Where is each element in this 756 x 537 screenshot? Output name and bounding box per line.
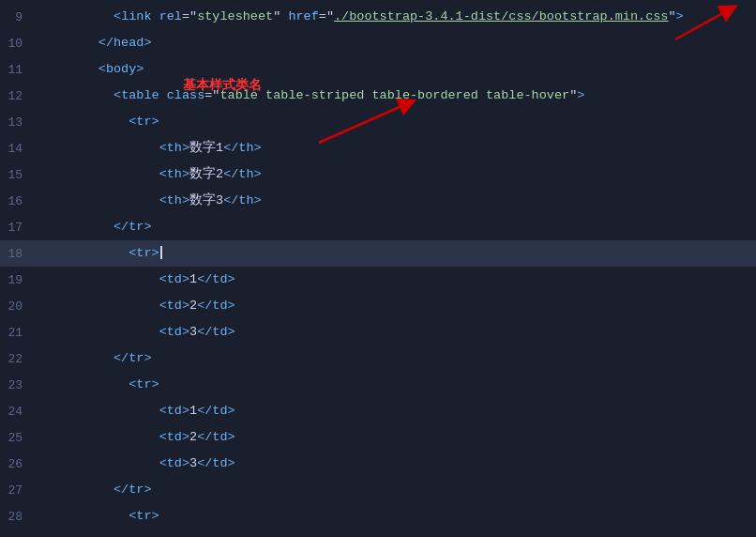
line-number-26: 26 <box>0 457 34 471</box>
line-number-19: 19 <box>0 273 34 287</box>
line-content-30: <td>2</td> <box>34 529 756 537</box>
line-number-16: 16 <box>0 194 34 208</box>
line-number-20: 20 <box>0 299 34 314</box>
line-number-10: 10 <box>0 37 34 51</box>
code-editor: 9 <link rel="stylesheet" href="./bootstr… <box>0 0 756 537</box>
line-number-22: 22 <box>0 352 34 366</box>
line-number-27: 27 <box>0 483 34 498</box>
line-number-17: 17 <box>0 221 34 235</box>
line-number-14: 14 <box>0 142 34 156</box>
line-number-23: 23 <box>0 378 34 392</box>
line-number-12: 12 <box>0 89 34 103</box>
line-number-21: 21 <box>0 326 34 340</box>
line-number-18: 18 <box>0 247 34 261</box>
line-number-11: 11 <box>0 63 34 77</box>
line-number-24: 24 <box>0 405 34 419</box>
line-number-15: 15 <box>0 168 34 182</box>
line-number-25: 25 <box>0 431 34 445</box>
line-number-9: 9 <box>0 10 34 24</box>
line-number-13: 13 <box>0 115 34 130</box>
line-number-28: 28 <box>0 510 34 524</box>
